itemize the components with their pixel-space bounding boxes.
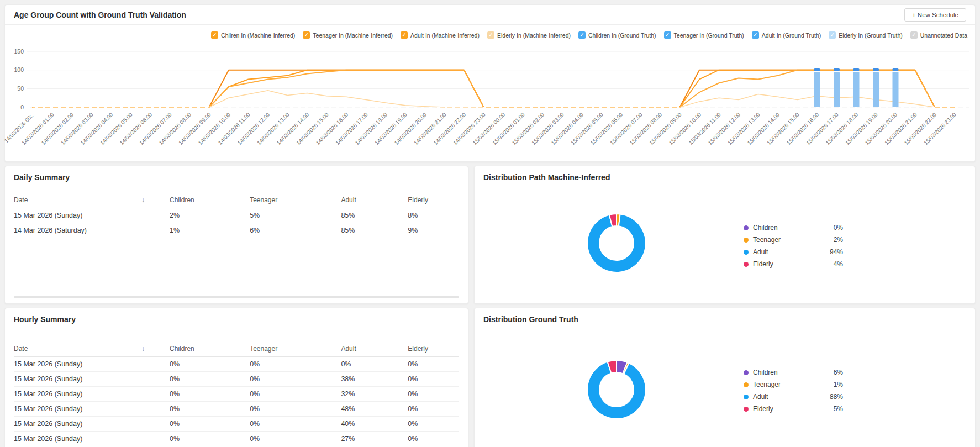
donut-legend-item-children[interactable]: Children6% — [744, 366, 843, 378]
table-row: 15 Mar 2026 (Sunday)2%5%85%8% — [14, 208, 459, 223]
cell-teenager: 0% — [250, 435, 341, 443]
cell-date: 14 Mar 2026 (Saturday) — [14, 227, 170, 234]
distribution-gt-title: Distribution Ground Truth — [483, 315, 578, 324]
chart-legend-label: Teenager In (Ground Truth) — [674, 32, 744, 39]
daily-summary-header: Daily Summary — [5, 166, 468, 188]
donut-legend-value: 6% — [834, 369, 843, 376]
cell-date: 15 Mar 2026 (Sunday) — [14, 420, 170, 428]
cell-elderly: 0% — [408, 420, 459, 428]
daily-summary-card: Daily Summary Date↓ChildrenTeenagerAdult… — [4, 166, 468, 304]
cell-children: 0% — [170, 435, 250, 443]
cell-adult: 32% — [341, 390, 408, 398]
cell-adult: 85% — [341, 227, 408, 234]
donut-legend-item-elderly[interactable]: Elderly4% — [744, 258, 843, 270]
distribution-machine-inferred-card: Distribution Path Machine-Inferred Child… — [474, 166, 976, 304]
column-header-label: Date — [14, 345, 28, 353]
bar-cap-children-in-ground-truth — [873, 68, 879, 71]
cell-children: 0% — [170, 405, 250, 413]
checkbox-checked-icon: ✓ — [303, 31, 310, 39]
chart-legend-label: Elderly In (Machine-Inferred) — [497, 32, 571, 39]
checkbox-checked-icon: ✓ — [664, 31, 671, 39]
hourly-summary-title: Hourly Summary — [14, 315, 76, 324]
chart-legend-label: Adult In (Ground Truth) — [762, 32, 821, 39]
cell-teenager: 0% — [250, 420, 341, 428]
sort-descending-icon: ↓ — [141, 345, 145, 353]
chart-legend-item-unannotated-data[interactable]: ✓Unannotated Data — [910, 31, 967, 39]
daily-summary-title: Daily Summary — [14, 173, 70, 182]
donut-legend-value: 2% — [834, 236, 843, 244]
cell-adult: 48% — [341, 405, 408, 413]
table-header-row: Date↓ChildrenTeenagerAdultElderly — [14, 340, 459, 357]
table-row: 15 Mar 2026 (Sunday)0%0%27%0% — [14, 432, 459, 446]
column-header-label: Children — [170, 196, 194, 204]
daily-summary-table: Date↓ChildrenTeenagerAdultElderly15 Mar … — [14, 192, 459, 238]
table-row: 15 Mar 2026 (Sunday)0%0%48%0% — [14, 402, 459, 417]
machine-inferred-donut-legend: Children0%Teenager2%Adult94%Elderly4% — [744, 222, 843, 270]
column-header-date[interactable]: Date↓ — [14, 345, 170, 353]
donut-legend-value: 1% — [834, 381, 843, 388]
cell-teenager: 0% — [250, 375, 341, 383]
donut-legend-label: Children — [753, 224, 778, 232]
distribution-ground-truth-card: Distribution Ground Truth Children6%Teen… — [474, 308, 976, 447]
hourly-summary-table: Date↓ChildrenTeenagerAdultElderly15 Mar … — [14, 340, 459, 446]
legend-dot-icon — [744, 382, 749, 387]
cell-date: 15 Mar 2026 (Sunday) — [14, 405, 170, 413]
legend-dot-icon — [744, 238, 749, 243]
chart-legend-item-teenager-in-machine-inferred[interactable]: ✓Teenager In (Machine-Inferred) — [303, 31, 393, 39]
table-header-row: Date↓ChildrenTeenagerAdultElderly — [14, 192, 459, 208]
donut-legend-item-adult[interactable]: Adult94% — [744, 246, 843, 258]
cell-elderly: 9% — [408, 227, 459, 234]
column-header-children: Children — [170, 196, 250, 204]
cell-adult: 38% — [341, 375, 408, 383]
new-schedule-button[interactable]: + New Schedule — [904, 8, 966, 22]
chart-legend-item-elderly-in-ground-truth[interactable]: ✓Elderly In (Ground Truth) — [829, 31, 903, 39]
donut-legend-item-children[interactable]: Children0% — [744, 222, 843, 234]
horizontal-scrollbar[interactable] — [14, 296, 459, 298]
donut-legend-value: 5% — [834, 405, 843, 413]
checkbox-checked-icon: ✓ — [401, 31, 408, 39]
donut-legend-item-elderly[interactable]: Elderly5% — [744, 403, 843, 415]
hourly-summary-header: Hourly Summary — [5, 308, 468, 330]
chart-legend-item-adult-in-machine-inferred[interactable]: ✓Adult In (Machine-Inferred) — [401, 31, 480, 39]
cell-date: 15 Mar 2026 (Sunday) — [14, 390, 170, 398]
bar-adult-in-ground-truth — [834, 72, 840, 107]
column-header-adult: Adult — [341, 345, 408, 353]
cell-elderly: 0% — [408, 435, 459, 443]
ground-truth-donut-chart — [581, 354, 652, 425]
cell-children: 0% — [170, 390, 250, 398]
chart-legend-item-teenager-in-ground-truth[interactable]: ✓Teenager In (Ground Truth) — [664, 31, 744, 39]
age-group-line-bar-chart: 05010015014/03/2026 00:..14/03/2026 01:0… — [5, 40, 972, 157]
cell-elderly: 0% — [408, 405, 459, 413]
column-header-teenager: Teenager — [250, 345, 341, 353]
donut-legend-label: Adult — [753, 248, 768, 256]
chart-legend-label: Teenager In (Machine-Inferred) — [313, 32, 393, 39]
legend-dot-icon — [744, 395, 749, 399]
checkbox-checked-icon: ✓ — [487, 31, 494, 39]
column-header-label: Adult — [341, 345, 356, 353]
chart-legend-label: Children In (Ground Truth) — [588, 32, 656, 39]
donut-legend-item-adult[interactable]: Adult88% — [744, 391, 843, 403]
bar-adult-in-ground-truth — [873, 72, 879, 107]
column-header-date[interactable]: Date↓ — [14, 196, 170, 204]
dashboard: Age Group Count with Ground Truth Valida… — [0, 0, 980, 447]
column-header-teenager: Teenager — [250, 196, 341, 204]
cell-children: 0% — [170, 420, 250, 428]
distribution-gt-header: Distribution Ground Truth — [475, 308, 975, 330]
cell-teenager: 0% — [250, 360, 341, 368]
chart-legend-item-elderly-in-machine-inferred[interactable]: ✓Elderly In (Machine-Inferred) — [487, 31, 571, 39]
cell-elderly: 0% — [408, 360, 459, 368]
donut-legend-value: 94% — [830, 248, 843, 256]
chart-legend-item-children-in-ground-truth[interactable]: ✓Children In (Ground Truth) — [578, 31, 656, 39]
donut-legend-label: Elderly — [753, 260, 773, 268]
column-header-label: Teenager — [250, 196, 277, 204]
donut-legend-item-teenager[interactable]: Teenager1% — [744, 378, 843, 391]
donut-legend-item-teenager[interactable]: Teenager2% — [744, 234, 843, 246]
donut-legend-value: 0% — [834, 224, 843, 232]
bar-cap-children-in-ground-truth — [853, 68, 860, 71]
chart-legend-item-chilren-in-machine-inferred[interactable]: ✓Chilren In (Machine-Inferred) — [211, 31, 295, 39]
chart-legend-item-adult-in-ground-truth[interactable]: ✓Adult In (Ground Truth) — [752, 31, 821, 39]
cell-adult: 85% — [341, 212, 408, 219]
legend-dot-icon — [744, 407, 749, 412]
checkbox-checked-icon: ✓ — [578, 31, 586, 39]
cell-teenager: 5% — [250, 212, 341, 219]
